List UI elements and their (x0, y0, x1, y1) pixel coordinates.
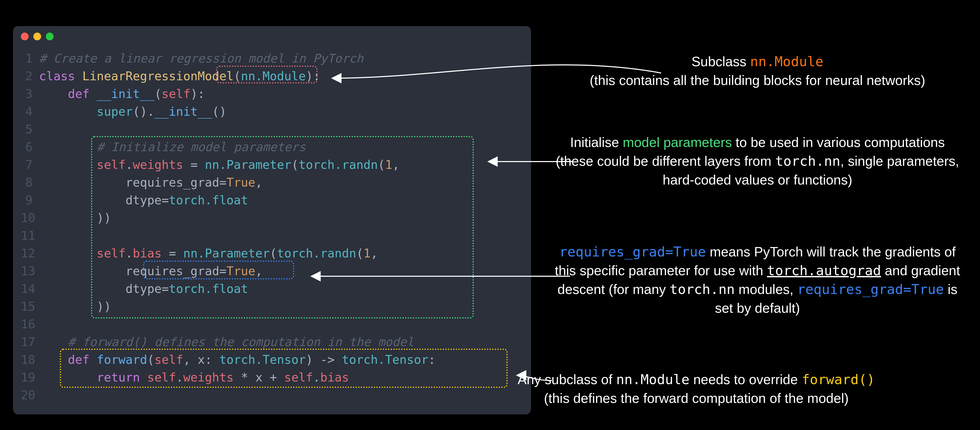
code-token: torch.randn (299, 158, 378, 172)
code-token: . (126, 246, 133, 261)
code-token: = (219, 264, 226, 278)
code-token (39, 370, 97, 384)
code-token (39, 335, 68, 349)
minimize-icon (33, 33, 41, 40)
code-token: forward (97, 353, 147, 367)
code-content: dtype=torch.float (39, 191, 523, 209)
code-token: . (126, 158, 133, 172)
code-token (89, 87, 97, 101)
line-number: 17 (21, 333, 39, 351)
line-number: 20 (21, 386, 39, 404)
line-number: 9 (21, 191, 39, 209)
code-line: 7 self.weights = nn.Parameter(torch.rand… (21, 156, 523, 174)
code-content: def __init__(self): (39, 85, 523, 103)
window-titlebar (13, 26, 531, 44)
code-token: nn.Parameter (205, 158, 291, 172)
code-token: ): (191, 87, 205, 101)
code-line: 4 super().__init__() (21, 103, 523, 120)
code-token (39, 353, 68, 367)
code-token: self (154, 353, 183, 367)
code-line: 3 def __init__(self): (21, 85, 523, 103)
annot-text: Subclass (691, 54, 750, 69)
code-token: torch.float (169, 282, 248, 296)
code-token: = (162, 193, 169, 207)
code-token: = (162, 282, 169, 296)
line-number: 7 (21, 156, 39, 174)
code-token: dtype (126, 282, 161, 296)
code-token (75, 69, 82, 83)
annot-code: forward() (802, 372, 875, 387)
code-content: self.bias = nn.Parameter(torch.randn(1, (39, 245, 523, 262)
code-token: def (68, 353, 89, 367)
code-token (39, 87, 68, 101)
code-content (39, 315, 523, 333)
code-token: __init__ (154, 104, 212, 118)
code-content: dtype=torch.float (39, 280, 523, 297)
code-token (162, 246, 169, 261)
annotation-subclass: Subclass nn.Module (this contains all th… (552, 52, 963, 90)
code-token: )) (97, 211, 111, 225)
line-number: 1 (21, 50, 39, 67)
code-line: 5 (21, 120, 523, 138)
code-token (39, 175, 126, 189)
code-token: ( (270, 246, 277, 261)
code-line: 14 dtype=torch.float (21, 280, 523, 297)
code-content: super().__init__() (39, 103, 523, 120)
annot-code: nn.Module (750, 54, 824, 69)
code-token: self (97, 158, 126, 172)
line-number: 5 (21, 120, 39, 138)
line-number: 16 (21, 315, 39, 333)
code-line: 10 )) (21, 209, 523, 227)
annot-code: requires_grad=True (559, 244, 706, 260)
code-token: nn.Parameter (183, 246, 270, 261)
code-line: 16 (21, 315, 523, 333)
line-number: 15 (21, 297, 39, 315)
code-token: True (226, 264, 255, 278)
code-token: + (270, 370, 277, 384)
code-token: ): (306, 69, 320, 83)
code-token: # Initialize model parameters (97, 140, 306, 154)
code-token: = (219, 175, 226, 189)
code-token (39, 282, 126, 296)
annot-code: requires_grad=True (797, 281, 944, 297)
code-token: return (97, 370, 140, 384)
code-token: weights (133, 158, 183, 172)
code-token: , (183, 353, 197, 367)
line-number: 14 (21, 280, 39, 297)
code-token: requires_grad (126, 264, 219, 278)
code-token (197, 158, 205, 172)
code-token: . (176, 370, 183, 384)
annotation-init-params: Initialise model parameters to be used i… (552, 133, 963, 189)
code-token (183, 158, 191, 172)
code-token (39, 104, 97, 118)
code-token (234, 370, 241, 384)
code-token: # forward() defines the computation in t… (68, 335, 414, 349)
code-token: __init__ (97, 87, 154, 101)
code-token: True (226, 175, 255, 189)
code-token: ( (378, 158, 385, 172)
annotation-forward: Any subclass of nn.Module needs to overr… (430, 370, 963, 408)
code-token: class (39, 69, 75, 83)
code-content: self.weights = nn.Parameter(torch.randn(… (39, 156, 523, 174)
code-token: ( (154, 87, 162, 101)
code-token: x (197, 353, 205, 367)
code-line: 15 )) (21, 297, 523, 315)
code-token: ( (356, 246, 364, 261)
code-token: ) (306, 353, 320, 367)
code-token (248, 370, 255, 384)
code-token (262, 370, 270, 384)
code-token: ( (291, 158, 299, 172)
code-line: 6 # Initialize model parameters (21, 138, 523, 156)
code-content (39, 120, 523, 138)
code-line: 1# Create a linear regression model in P… (21, 50, 523, 67)
code-token: ( (234, 69, 241, 83)
code-content: def forward(self, x: torch.Tensor) -> to… (39, 351, 523, 369)
code-token: , (392, 158, 399, 172)
annot-code: torch.nn (670, 281, 735, 297)
code-token: = (191, 158, 198, 172)
code-token: torch.Tensor (342, 353, 428, 367)
code-token: -> (320, 353, 334, 367)
code-token (335, 353, 342, 367)
line-number: 4 (21, 103, 39, 120)
code-body: 1# Create a linear regression model in P… (13, 44, 531, 406)
